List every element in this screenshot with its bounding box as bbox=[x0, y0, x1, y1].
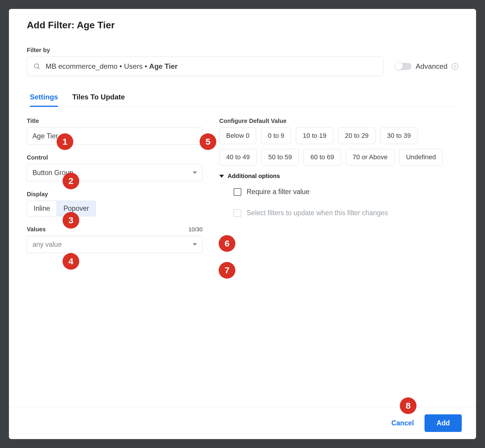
dialog-footer: Cancel Add bbox=[9, 407, 476, 439]
search-icon bbox=[33, 63, 41, 70]
tab-settings[interactable]: Settings bbox=[30, 93, 58, 107]
chevron-down-icon bbox=[193, 243, 197, 246]
control-label: Control bbox=[27, 154, 203, 161]
display-inline-button[interactable]: Inline bbox=[27, 201, 57, 216]
update-filters-row: Select filters to update when this filte… bbox=[219, 209, 458, 217]
tabs: Settings Tiles To Update bbox=[27, 93, 458, 107]
chip-50-to-59[interactable]: 50 to 59 bbox=[262, 149, 299, 166]
chip-undefined[interactable]: Undefined bbox=[399, 149, 443, 166]
title-input[interactable] bbox=[27, 127, 203, 145]
update-filters-label: Select filters to update when this filte… bbox=[247, 209, 388, 217]
chip-70-or-above[interactable]: 70 or Above bbox=[346, 149, 394, 166]
default-value-chips: Below 0 0 to 9 10 to 19 20 to 29 30 to 3… bbox=[219, 127, 458, 166]
display-segmented: Inline Popover bbox=[27, 201, 96, 216]
chevron-down-icon bbox=[193, 171, 197, 174]
display-popover-button[interactable]: Popover bbox=[57, 201, 96, 216]
chip-0-to-9[interactable]: 0 to 9 bbox=[261, 127, 291, 144]
require-filter-row: Require a filter value bbox=[219, 188, 458, 196]
svg-point-0 bbox=[34, 64, 38, 68]
title-label: Title bbox=[27, 118, 203, 124]
chip-30-to-39[interactable]: 30 to 39 bbox=[380, 127, 418, 144]
chip-40-to-49[interactable]: 40 to 49 bbox=[219, 149, 257, 166]
update-filters-checkbox bbox=[234, 209, 241, 217]
values-label: Values bbox=[27, 226, 46, 233]
cancel-button[interactable]: Cancel bbox=[391, 419, 414, 427]
values-count: 10/30 bbox=[188, 226, 203, 233]
control-select[interactable]: Button Group bbox=[27, 164, 203, 181]
filter-by-path: MB ecommerce_demo • Users • Age Tier bbox=[46, 62, 178, 71]
chip-20-to-29[interactable]: 20 to 29 bbox=[338, 127, 376, 144]
advanced-label: Advanced bbox=[416, 62, 447, 71]
chip-10-to-19[interactable]: 10 to 19 bbox=[296, 127, 333, 144]
additional-options-toggle[interactable]: Additional options bbox=[219, 173, 458, 179]
add-filter-dialog: 1 2 3 4 5 6 7 8 Add Filter: Age Tier Fil… bbox=[9, 9, 476, 439]
chevron-down-icon bbox=[219, 175, 224, 178]
chip-below-0[interactable]: Below 0 bbox=[219, 127, 256, 144]
require-filter-checkbox[interactable] bbox=[234, 188, 241, 196]
require-filter-label: Require a filter value bbox=[247, 188, 310, 196]
dialog-title: Add Filter: Age Tier bbox=[9, 9, 476, 31]
add-button[interactable]: Add bbox=[425, 414, 462, 432]
svg-line-1 bbox=[38, 67, 39, 69]
filter-by-input[interactable]: MB ecommerce_demo • Users • Age Tier bbox=[27, 57, 383, 76]
info-icon[interactable]: i bbox=[452, 63, 458, 70]
display-label: Display bbox=[27, 191, 203, 198]
chip-60-to-69[interactable]: 60 to 69 bbox=[304, 149, 341, 166]
filter-by-label: Filter by bbox=[27, 47, 458, 54]
values-select[interactable]: any value bbox=[27, 236, 203, 253]
configure-default-label: Configure Default Value bbox=[219, 118, 458, 124]
advanced-toggle[interactable] bbox=[395, 63, 411, 70]
tab-tiles-to-update[interactable]: Tiles To Update bbox=[72, 93, 125, 107]
